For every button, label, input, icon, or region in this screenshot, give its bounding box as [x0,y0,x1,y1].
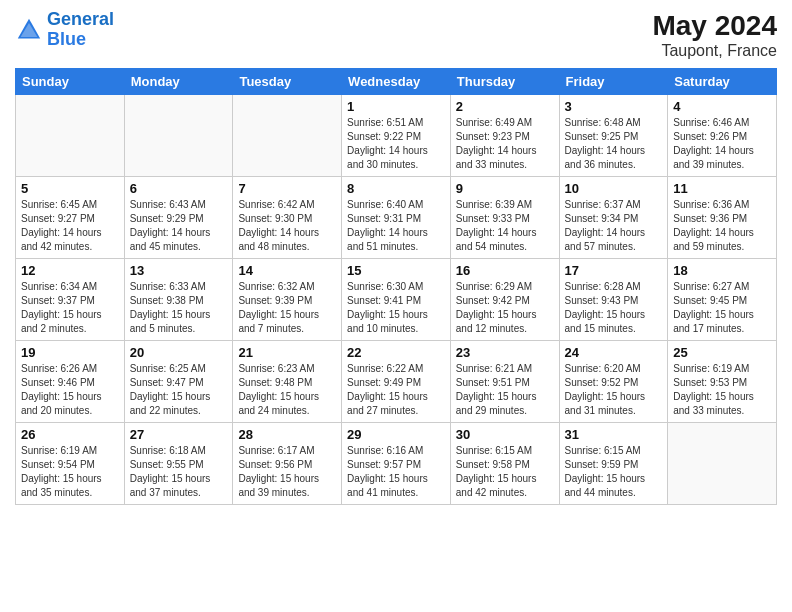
day-cell: 16Sunrise: 6:29 AMSunset: 9:42 PMDayligh… [450,259,559,341]
day-cell: 5Sunrise: 6:45 AMSunset: 9:27 PMDaylight… [16,177,125,259]
logo-icon [15,16,43,44]
day-number: 19 [21,345,119,360]
day-number: 4 [673,99,771,114]
location: Taupont, France [652,42,777,60]
day-number: 31 [565,427,663,442]
page: General Blue May 2024 Taupont, France Su… [0,0,792,612]
day-number: 11 [673,181,771,196]
day-info: Sunrise: 6:43 AMSunset: 9:29 PMDaylight:… [130,198,228,254]
day-cell: 6Sunrise: 6:43 AMSunset: 9:29 PMDaylight… [124,177,233,259]
day-info: Sunrise: 6:19 AMSunset: 9:53 PMDaylight:… [673,362,771,418]
week-row-2: 12Sunrise: 6:34 AMSunset: 9:37 PMDayligh… [16,259,777,341]
day-number: 16 [456,263,554,278]
day-number: 14 [238,263,336,278]
week-row-0: 1Sunrise: 6:51 AMSunset: 9:22 PMDaylight… [16,95,777,177]
col-wednesday: Wednesday [342,69,451,95]
day-cell: 17Sunrise: 6:28 AMSunset: 9:43 PMDayligh… [559,259,668,341]
logo-text: General Blue [47,10,114,50]
day-cell: 24Sunrise: 6:20 AMSunset: 9:52 PMDayligh… [559,341,668,423]
day-info: Sunrise: 6:30 AMSunset: 9:41 PMDaylight:… [347,280,445,336]
day-info: Sunrise: 6:51 AMSunset: 9:22 PMDaylight:… [347,116,445,172]
day-info: Sunrise: 6:27 AMSunset: 9:45 PMDaylight:… [673,280,771,336]
day-cell: 29Sunrise: 6:16 AMSunset: 9:57 PMDayligh… [342,423,451,505]
day-cell: 20Sunrise: 6:25 AMSunset: 9:47 PMDayligh… [124,341,233,423]
day-number: 18 [673,263,771,278]
col-monday: Monday [124,69,233,95]
day-info: Sunrise: 6:39 AMSunset: 9:33 PMDaylight:… [456,198,554,254]
day-cell: 15Sunrise: 6:30 AMSunset: 9:41 PMDayligh… [342,259,451,341]
week-row-1: 5Sunrise: 6:45 AMSunset: 9:27 PMDaylight… [16,177,777,259]
logo-line1: General [47,9,114,29]
day-cell [16,95,125,177]
header-row: Sunday Monday Tuesday Wednesday Thursday… [16,69,777,95]
day-cell: 8Sunrise: 6:40 AMSunset: 9:31 PMDaylight… [342,177,451,259]
day-number: 20 [130,345,228,360]
day-cell: 26Sunrise: 6:19 AMSunset: 9:54 PMDayligh… [16,423,125,505]
day-info: Sunrise: 6:45 AMSunset: 9:27 PMDaylight:… [21,198,119,254]
day-number: 26 [21,427,119,442]
day-cell: 31Sunrise: 6:15 AMSunset: 9:59 PMDayligh… [559,423,668,505]
day-cell: 2Sunrise: 6:49 AMSunset: 9:23 PMDaylight… [450,95,559,177]
day-number: 21 [238,345,336,360]
day-number: 24 [565,345,663,360]
day-number: 30 [456,427,554,442]
day-cell [668,423,777,505]
day-info: Sunrise: 6:16 AMSunset: 9:57 PMDaylight:… [347,444,445,500]
day-cell: 28Sunrise: 6:17 AMSunset: 9:56 PMDayligh… [233,423,342,505]
col-saturday: Saturday [668,69,777,95]
day-number: 2 [456,99,554,114]
day-info: Sunrise: 6:36 AMSunset: 9:36 PMDaylight:… [673,198,771,254]
day-cell: 10Sunrise: 6:37 AMSunset: 9:34 PMDayligh… [559,177,668,259]
day-info: Sunrise: 6:42 AMSunset: 9:30 PMDaylight:… [238,198,336,254]
header: General Blue May 2024 Taupont, France [15,10,777,60]
month-year: May 2024 [652,10,777,42]
day-cell [233,95,342,177]
day-cell: 23Sunrise: 6:21 AMSunset: 9:51 PMDayligh… [450,341,559,423]
day-cell: 22Sunrise: 6:22 AMSunset: 9:49 PMDayligh… [342,341,451,423]
day-number: 13 [130,263,228,278]
day-number: 23 [456,345,554,360]
day-number: 7 [238,181,336,196]
day-info: Sunrise: 6:28 AMSunset: 9:43 PMDaylight:… [565,280,663,336]
day-info: Sunrise: 6:26 AMSunset: 9:46 PMDaylight:… [21,362,119,418]
day-info: Sunrise: 6:46 AMSunset: 9:26 PMDaylight:… [673,116,771,172]
day-cell: 13Sunrise: 6:33 AMSunset: 9:38 PMDayligh… [124,259,233,341]
day-cell: 4Sunrise: 6:46 AMSunset: 9:26 PMDaylight… [668,95,777,177]
day-info: Sunrise: 6:17 AMSunset: 9:56 PMDaylight:… [238,444,336,500]
day-number: 12 [21,263,119,278]
day-number: 28 [238,427,336,442]
day-info: Sunrise: 6:40 AMSunset: 9:31 PMDaylight:… [347,198,445,254]
day-cell: 7Sunrise: 6:42 AMSunset: 9:30 PMDaylight… [233,177,342,259]
day-info: Sunrise: 6:15 AMSunset: 9:59 PMDaylight:… [565,444,663,500]
week-row-4: 26Sunrise: 6:19 AMSunset: 9:54 PMDayligh… [16,423,777,505]
day-info: Sunrise: 6:49 AMSunset: 9:23 PMDaylight:… [456,116,554,172]
logo-line2: Blue [47,29,86,49]
day-info: Sunrise: 6:19 AMSunset: 9:54 PMDaylight:… [21,444,119,500]
day-info: Sunrise: 6:22 AMSunset: 9:49 PMDaylight:… [347,362,445,418]
day-cell: 19Sunrise: 6:26 AMSunset: 9:46 PMDayligh… [16,341,125,423]
day-number: 1 [347,99,445,114]
day-number: 5 [21,181,119,196]
day-number: 15 [347,263,445,278]
day-number: 29 [347,427,445,442]
day-info: Sunrise: 6:29 AMSunset: 9:42 PMDaylight:… [456,280,554,336]
day-cell: 30Sunrise: 6:15 AMSunset: 9:58 PMDayligh… [450,423,559,505]
day-number: 8 [347,181,445,196]
day-info: Sunrise: 6:21 AMSunset: 9:51 PMDaylight:… [456,362,554,418]
day-cell: 21Sunrise: 6:23 AMSunset: 9:48 PMDayligh… [233,341,342,423]
day-number: 25 [673,345,771,360]
day-cell: 11Sunrise: 6:36 AMSunset: 9:36 PMDayligh… [668,177,777,259]
day-cell: 14Sunrise: 6:32 AMSunset: 9:39 PMDayligh… [233,259,342,341]
day-cell: 25Sunrise: 6:19 AMSunset: 9:53 PMDayligh… [668,341,777,423]
day-number: 27 [130,427,228,442]
day-info: Sunrise: 6:15 AMSunset: 9:58 PMDaylight:… [456,444,554,500]
day-cell: 12Sunrise: 6:34 AMSunset: 9:37 PMDayligh… [16,259,125,341]
col-sunday: Sunday [16,69,125,95]
day-info: Sunrise: 6:32 AMSunset: 9:39 PMDaylight:… [238,280,336,336]
week-row-3: 19Sunrise: 6:26 AMSunset: 9:46 PMDayligh… [16,341,777,423]
calendar-table: Sunday Monday Tuesday Wednesday Thursday… [15,68,777,505]
title-block: May 2024 Taupont, France [652,10,777,60]
day-number: 9 [456,181,554,196]
day-number: 3 [565,99,663,114]
day-info: Sunrise: 6:23 AMSunset: 9:48 PMDaylight:… [238,362,336,418]
